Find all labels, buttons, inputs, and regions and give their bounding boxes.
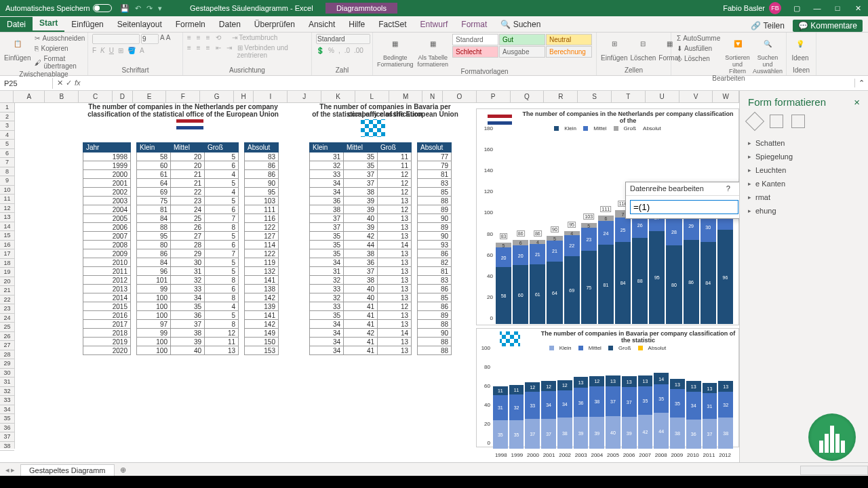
comments-button[interactable]: 💬 Kommentare — [793, 20, 863, 32]
tab-file[interactable]: Datei — [0, 17, 33, 32]
row-header[interactable]: 5 — [0, 140, 14, 149]
select-all-corner[interactable] — [0, 91, 14, 102]
style-standard[interactable]: Standard — [452, 34, 498, 45]
pane-glow[interactable]: Leuchten — [748, 163, 860, 177]
tab-search[interactable]: 🔍 Suchen — [494, 17, 547, 32]
tab-format[interactable]: Format — [454, 17, 494, 32]
currency-icon[interactable]: 💲 — [316, 47, 324, 54]
col-header[interactable]: G — [200, 91, 234, 102]
col-header[interactable]: B — [45, 91, 79, 102]
accept-formula-icon[interactable]: ✓ — [66, 79, 72, 87]
sheet-tab-active[interactable]: Gestapeltes Diagramm — [20, 464, 115, 476]
style-bad[interactable]: Schlecht — [452, 46, 498, 58]
cut-button[interactable]: ✂Ausschneiden — [33, 34, 86, 43]
dec-dec-icon[interactable]: .00 — [354, 47, 363, 54]
row-header[interactable]: 12 — [0, 204, 14, 214]
copy-button[interactable]: ⎘Kopieren — [33, 44, 86, 53]
border-icon[interactable]: ⊞ — [118, 47, 123, 54]
tab-nav-next-icon[interactable]: ▸ — [11, 466, 15, 474]
save-icon[interactable]: 💾 — [120, 4, 130, 13]
effects-icon[interactable] — [770, 115, 783, 128]
indent-inc-icon[interactable]: ⇥ — [226, 44, 232, 59]
user-area[interactable]: Fabio Basler FB — [723, 2, 781, 14]
shrink-font-icon[interactable]: A — [166, 34, 171, 44]
col-header[interactable]: O — [443, 91, 477, 102]
tab-review[interactable]: Überprüfen — [248, 17, 302, 32]
row-header[interactable]: 17 — [0, 249, 14, 259]
size-props-icon[interactable] — [791, 115, 805, 128]
col-header[interactable]: A — [14, 91, 45, 102]
pane-edges[interactable]: e Kanten — [748, 177, 860, 190]
cancel-formula-icon[interactable]: ✕ — [57, 79, 63, 87]
row-header[interactable]: 11 — [0, 195, 14, 204]
row-header[interactable]: 28 — [0, 350, 14, 360]
align-center-icon[interactable]: ≡ — [197, 44, 201, 59]
minimize-icon[interactable]: — — [807, 0, 827, 16]
col-header[interactable]: V — [679, 91, 713, 102]
name-box[interactable]: P25 — [0, 78, 53, 89]
row-header[interactable]: 9 — [0, 176, 14, 186]
row-header[interactable]: 35 — [0, 414, 14, 424]
cell-styles-gallery[interactable]: Standard Gut Neutral Schlecht Ausgabe Be… — [452, 34, 592, 58]
row-header[interactable]: 7 — [0, 158, 14, 167]
ideas-icon[interactable]: 💡 — [791, 34, 810, 53]
col-header[interactable]: T — [612, 91, 646, 102]
font-color-icon[interactable]: A — [140, 47, 144, 54]
pane-reflection[interactable]: Spiegelung — [748, 150, 860, 163]
merge-button[interactable]: ⊞ Verbinden und zentrieren — [237, 44, 307, 59]
col-header[interactable]: K — [321, 91, 355, 102]
row-header[interactable]: 32 — [0, 387, 14, 396]
underline-icon[interactable]: U — [109, 47, 114, 54]
col-header[interactable]: M — [389, 91, 423, 102]
row-header[interactable]: 4 — [0, 131, 14, 140]
row-header[interactable]: 10 — [0, 186, 14, 195]
row-header[interactable]: 14 — [0, 222, 14, 232]
style-neutral[interactable]: Neutral — [546, 34, 592, 45]
add-sheet-icon[interactable]: ⊕ — [120, 466, 126, 474]
indent-dec-icon[interactable]: ⇤ — [216, 44, 221, 59]
col-header[interactable]: U — [646, 91, 679, 102]
col-header[interactable]: E — [133, 91, 167, 102]
percent-icon[interactable]: % — [328, 47, 334, 54]
insert-cell-icon[interactable]: ⊞ — [605, 34, 624, 53]
find-icon[interactable]: 🔍 — [758, 34, 777, 53]
row-header[interactable]: 38 — [0, 442, 14, 451]
row-header[interactable]: 30 — [0, 369, 14, 378]
sort-icon[interactable]: 🔽 — [728, 34, 747, 53]
paste-icon[interactable]: 📋 — [8, 34, 27, 53]
align-top-icon[interactable]: ≡ — [187, 34, 191, 41]
row-header[interactable]: 31 — [0, 378, 14, 387]
italic-icon[interactable]: K — [100, 47, 105, 54]
col-header[interactable]: R — [544, 91, 578, 102]
align-left-icon[interactable]: ≡ — [187, 44, 191, 59]
font-select[interactable] — [92, 34, 140, 44]
edit-series-dialog[interactable]: Datenreihe bearbeiten ? ✕ ▦ — [625, 182, 739, 219]
col-header[interactable]: I — [254, 91, 288, 102]
grow-font-icon[interactable]: A — [160, 34, 165, 44]
row-header[interactable]: 19 — [0, 268, 14, 277]
tab-data[interactable]: Daten — [212, 17, 248, 32]
undo-icon[interactable]: ↶ — [135, 4, 141, 13]
wrap-text-button[interactable]: ⇥ Textumbruch — [232, 34, 278, 41]
tab-factset[interactable]: FactSet — [372, 17, 413, 32]
worksheet-grid[interactable]: ABCDEFGHIJKLMNOPQRSTUVW 1234567891011121… — [0, 91, 739, 462]
row-header[interactable]: 26 — [0, 332, 14, 342]
number-format-select[interactable] — [316, 34, 370, 44]
tab-design[interactable]: Entwurf — [414, 17, 455, 32]
pane-3dformat[interactable]: rmat — [748, 190, 860, 204]
dialog-help-icon[interactable]: ? — [726, 184, 730, 193]
col-header[interactable]: H — [234, 91, 254, 102]
row-header[interactable]: 23 — [0, 304, 14, 314]
row-header[interactable]: 15 — [0, 231, 14, 241]
conditional-fmt-icon[interactable]: ▦ — [386, 34, 405, 53]
clear-button[interactable]: ◇Löschen — [675, 54, 722, 63]
row-header[interactable]: 34 — [0, 405, 14, 415]
collapse-ribbon-icon[interactable]: ⌃ — [854, 79, 868, 87]
row-header[interactable]: 2 — [0, 113, 14, 122]
autosave-toggle[interactable]: Automatisches Speichern — [5, 4, 112, 12]
table-fmt-icon[interactable]: ▦ — [423, 34, 442, 53]
row-header[interactable]: 8 — [0, 167, 14, 177]
close-icon[interactable]: ✕ — [848, 0, 868, 16]
toggle-switch[interactable] — [93, 4, 112, 12]
font-size[interactable] — [141, 34, 159, 44]
